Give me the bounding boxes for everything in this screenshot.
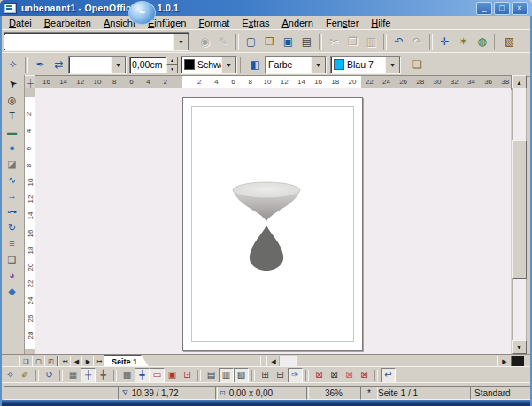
snap-to-object-points-toggle[interactable]: ⊡ xyxy=(180,368,195,383)
menu-format[interactable]: Format xyxy=(192,16,235,29)
line-width-stepper[interactable]: 0,00cm ▲ ▼ xyxy=(129,57,178,73)
line-style-combobox[interactable]: ▼ xyxy=(68,56,127,74)
area-dialog-button[interactable]: ◧ xyxy=(246,55,265,74)
edit-points-button[interactable]: ✧ xyxy=(4,55,22,74)
status-zoom-cell[interactable]: 36% xyxy=(306,386,361,400)
size-icon: ⊡ xyxy=(220,389,226,397)
fill-color-swatch xyxy=(334,59,344,70)
status-size-cell[interactable]: ⊡ 0,00 x 0,00 xyxy=(215,386,309,400)
quick-edit-toggle[interactable]: ▤ xyxy=(204,368,219,383)
ruler-number: 34 xyxy=(467,78,475,86)
autopilot-button[interactable]: ✶ xyxy=(454,32,473,51)
snap-to-snap-lines-toggle[interactable]: ┿ xyxy=(135,368,150,383)
scroll-down-button[interactable]: ▼ xyxy=(512,340,527,354)
connector-tool[interactable]: ⊶ xyxy=(1,203,24,219)
ruler-number: 4 xyxy=(214,78,218,86)
lines-arrows-tool[interactable]: → xyxy=(1,188,24,203)
fill-color-dropdown-button[interactable]: ▼ xyxy=(385,57,400,73)
drawing-canvas[interactable] xyxy=(35,88,511,354)
status-page-cell[interactable]: Seite 1 / 1 xyxy=(374,386,474,400)
url-combobox[interactable]: ▼ xyxy=(4,32,189,51)
arrow-style-button[interactable]: ⇄ xyxy=(50,55,68,74)
funnel-rim[interactable] xyxy=(233,182,300,198)
menu-hilfe[interactable]: Hilfe xyxy=(365,16,397,29)
curve-tool[interactable]: ∿ xyxy=(1,172,24,188)
grid-visible-toggle[interactable]: ▦ xyxy=(66,368,81,383)
open-button[interactable]: ❒ xyxy=(260,32,279,51)
ellipse-tool[interactable]: ● xyxy=(1,140,24,156)
3d-objects-tool[interactable]: ◪ xyxy=(1,156,24,172)
contour-mode-toggle[interactable]: ⊠ xyxy=(327,368,342,383)
line-color-dropdown-button[interactable]: ▼ xyxy=(221,57,236,73)
save-button[interactable]: ▣ xyxy=(279,32,297,51)
title-bar[interactable]: unbenannt1 - OpenOffice.org 1.0.1 _ □ × xyxy=(0,0,532,16)
fill-color-combobox[interactable]: Blau 7 ▼ xyxy=(330,56,401,74)
vertical-scroll-thumb[interactable] xyxy=(512,140,527,279)
separator xyxy=(113,370,117,381)
ruler-number: 14 xyxy=(59,78,67,86)
close-button[interactable]: × xyxy=(512,2,528,15)
text-tool[interactable]: T xyxy=(1,108,24,124)
line-color-combobox[interactable]: Schwarz ▼ xyxy=(181,56,237,74)
gallery-button[interactable]: ▧ xyxy=(500,32,519,51)
splitter-handle[interactable] xyxy=(512,356,524,366)
minimize-button[interactable]: _ xyxy=(476,2,492,15)
effects-tool[interactable]: ◕ xyxy=(1,267,24,283)
line-dialog-button[interactable]: ✒ xyxy=(31,55,50,74)
rotate-tool[interactable]: ↻ xyxy=(1,219,24,235)
edit-points-toggle[interactable]: ✧ xyxy=(3,368,18,383)
hyperlink-button[interactable]: ◍ xyxy=(473,32,491,51)
fill-style-combobox[interactable]: Farbe ▼ xyxy=(265,56,327,74)
print-button[interactable]: ▤ xyxy=(297,32,316,51)
large-handles-toggle[interactable]: ⊟ xyxy=(273,368,288,383)
ruler-number: 2 xyxy=(25,112,33,116)
modify-with-attributes-toggle[interactable]: ✑ xyxy=(288,368,303,383)
line-width-value[interactable]: 0,00cm xyxy=(129,57,166,73)
alignment-tool[interactable]: ≡ xyxy=(1,235,24,251)
new-document-button[interactable]: ▢ xyxy=(242,32,260,51)
3d-controller-tool[interactable]: ◆ xyxy=(1,283,24,299)
object-size: 0,00 x 0,00 xyxy=(229,388,273,398)
select-text-area-toggle[interactable]: ▥ xyxy=(219,368,234,383)
url-dropdown-button[interactable]: ▼ xyxy=(173,34,189,50)
snap-lines-visible-toggle[interactable]: ┼ xyxy=(81,368,96,383)
ruler-number: 16 xyxy=(27,229,35,237)
picture-placeholder-toggle[interactable]: ⊠ xyxy=(312,368,327,383)
ruler-number: 12 xyxy=(281,78,289,86)
line-contour-toggle[interactable]: ⊠ xyxy=(357,368,372,383)
double-click-edit-text-toggle[interactable]: ▧ xyxy=(234,368,249,383)
snap-to-grid-toggle[interactable]: ▩ xyxy=(120,368,135,383)
maximize-button[interactable]: □ xyxy=(494,2,510,15)
status-style-cell[interactable]: Standard xyxy=(470,386,532,400)
snap-to-page-margins-toggle[interactable]: ▭ xyxy=(150,368,165,383)
line-width-down-button[interactable]: ▼ xyxy=(166,65,178,73)
line-style-dropdown-button[interactable]: ▼ xyxy=(111,57,126,73)
direct-edit-toggle[interactable]: ✐ xyxy=(18,368,33,383)
ruler-number: 16 xyxy=(314,78,322,86)
snap-to-object-border-toggle[interactable]: ▣ xyxy=(165,368,180,383)
undo-button[interactable]: ↶ xyxy=(389,32,408,51)
arrange-tool[interactable]: ❑ xyxy=(1,251,24,267)
rectangle-tool[interactable]: ▬ xyxy=(1,124,24,140)
url-input[interactable] xyxy=(4,35,173,49)
fill-style-dropdown-button[interactable]: ▼ xyxy=(311,57,326,73)
paste-button: ▥ xyxy=(362,32,381,51)
menu-extras[interactable]: Extras xyxy=(235,16,275,29)
leave-group-button[interactable]: ↩ xyxy=(381,368,396,383)
shadow-button[interactable]: ❏ xyxy=(408,55,427,74)
menu-ndern[interactable]: Ändern xyxy=(276,16,320,29)
drop-shape[interactable] xyxy=(250,226,283,271)
menu-datei[interactable]: Datei xyxy=(3,16,38,29)
hourglass-shape[interactable] xyxy=(226,180,307,277)
page[interactable] xyxy=(182,97,363,351)
helplines-moving-toggle[interactable]: ╋ xyxy=(96,368,111,383)
menu-fenster[interactable]: Fenster xyxy=(320,16,365,29)
simple-handles-toggle[interactable]: ⊞ xyxy=(258,368,273,383)
status-position-cell[interactable]: ⛛ 10,39 / 1,72 xyxy=(118,386,218,400)
menu-bearbeiten[interactable]: Bearbeiten xyxy=(38,16,97,29)
rotation-mode-toggle[interactable]: ↺ xyxy=(42,368,57,383)
window-bottom-border xyxy=(0,400,532,406)
navigator-button[interactable]: ✛ xyxy=(436,32,454,51)
text-placeholder-toggle[interactable]: ⊠ xyxy=(342,368,357,383)
line-width-up-button[interactable]: ▲ xyxy=(166,57,178,65)
